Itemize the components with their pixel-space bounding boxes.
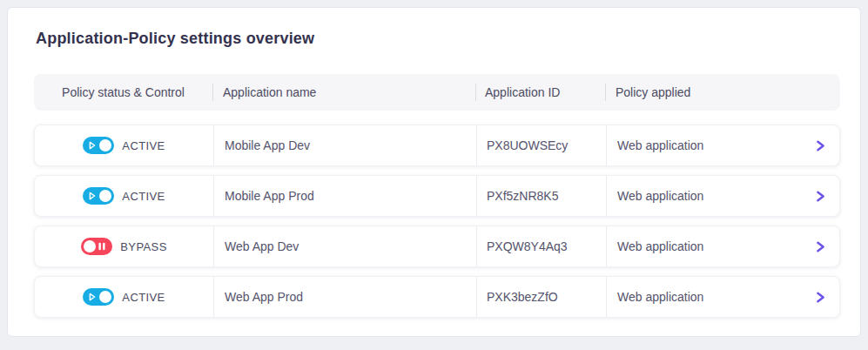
policy-applied: Web application xyxy=(617,189,703,203)
table-row[interactable]: ACTIVE Mobile App Prod PXf5zNR8K5 Web ap… xyxy=(34,175,840,217)
row-detail-chevron[interactable] xyxy=(816,277,825,317)
application-id: PXf5zNR8K5 xyxy=(476,176,606,216)
application-id: PX8UOWSEcy xyxy=(476,125,606,165)
policy-status-toggle[interactable] xyxy=(83,288,114,306)
table-row[interactable]: BYPASS Web App Dev PXQW8Y4Aq3 Web applic… xyxy=(34,225,840,267)
policy-applied: Web application xyxy=(617,239,703,253)
policy-status-label: ACTIVE xyxy=(122,190,165,203)
play-icon xyxy=(89,293,96,301)
policy-applied: Web application xyxy=(617,290,703,304)
policy-status-toggle[interactable] xyxy=(83,187,114,205)
play-icon xyxy=(89,192,96,200)
row-detail-chevron[interactable] xyxy=(816,176,825,216)
application-name: Web App Dev xyxy=(213,226,476,266)
policy-applied: Web application xyxy=(617,138,703,152)
table-row[interactable]: ACTIVE Web App Prod PXK3bezZfO Web appli… xyxy=(34,276,840,318)
row-detail-chevron[interactable] xyxy=(816,125,825,165)
table-row[interactable]: ACTIVE Mobile App Dev PX8UOWSEcy Web app… xyxy=(34,125,840,166)
policy-status-toggle[interactable] xyxy=(83,137,114,154)
toggle-knob xyxy=(99,139,111,151)
policy-status-label: ACTIVE xyxy=(122,139,165,152)
toggle-knob xyxy=(99,190,111,202)
application-id: PXQW8Y4Aq3 xyxy=(476,226,606,266)
chevron-right-icon xyxy=(816,292,825,303)
chevron-right-icon xyxy=(816,241,825,252)
page-title: Application-Policy settings overview xyxy=(36,30,840,48)
chevron-right-icon xyxy=(816,140,825,151)
toggle-knob xyxy=(84,240,96,252)
play-icon xyxy=(89,141,96,150)
column-header-application-id: Application ID xyxy=(475,74,605,111)
application-name: Mobile App Dev xyxy=(213,125,476,165)
column-header-application-name: Application name xyxy=(212,74,475,111)
chevron-right-icon xyxy=(816,191,825,202)
pause-icon xyxy=(98,242,105,251)
table-header-row: Policy status & Control Application name… xyxy=(34,74,840,111)
application-name: Mobile App Prod xyxy=(213,176,476,216)
application-policy-panel: Application-Policy settings overview Pol… xyxy=(7,7,861,337)
application-id: PXK3bezZfO xyxy=(476,277,606,317)
toggle-knob xyxy=(99,291,111,303)
row-detail-chevron[interactable] xyxy=(816,226,825,266)
column-header-policy-status: Policy status & Control xyxy=(34,74,212,111)
policy-status-toggle[interactable] xyxy=(81,238,112,255)
column-header-policy-applied: Policy applied xyxy=(605,74,840,111)
policy-status-label: ACTIVE xyxy=(122,291,165,304)
application-name: Web App Prod xyxy=(213,277,476,317)
policy-status-label: BYPASS xyxy=(120,240,166,253)
